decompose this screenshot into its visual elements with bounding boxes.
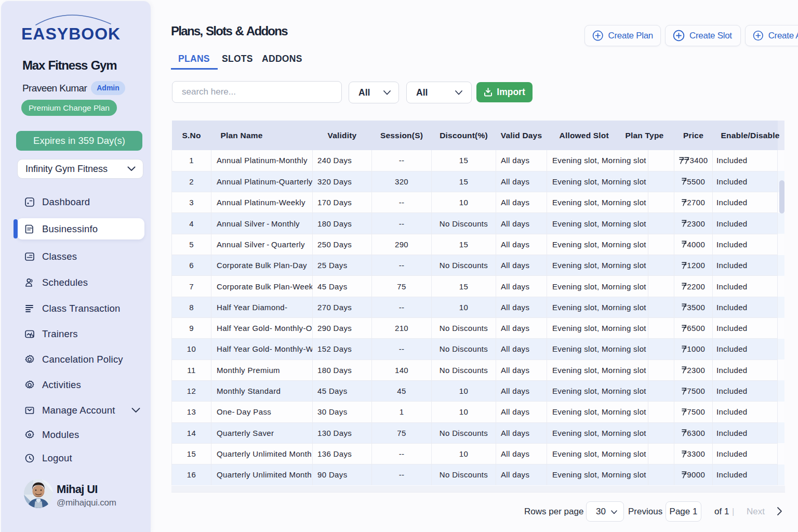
svg-text:EASYBOOK: EASYBOOK <box>21 24 121 43</box>
